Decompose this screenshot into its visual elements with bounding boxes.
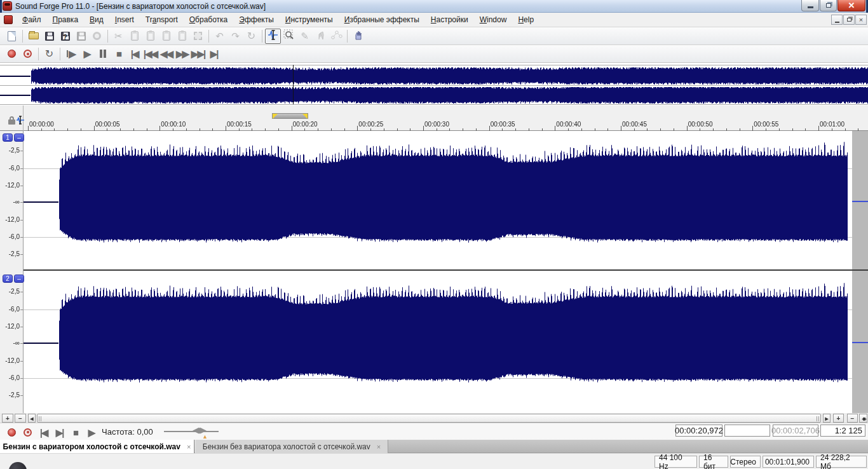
minimize-button[interactable] <box>801 0 819 11</box>
save-all-icon <box>77 32 86 41</box>
play-button[interactable]: ▶ <box>79 46 95 62</box>
scroll-right-arrow[interactable]: ▸ <box>823 414 831 423</box>
tab-close-icon[interactable]: × <box>187 443 191 451</box>
cursor-position-readout[interactable]: 00:00:20,972 <box>675 425 722 437</box>
zoom-selection-button[interactable]: ◂▸ <box>859 414 867 423</box>
channel2-waveform[interactable] <box>24 272 852 412</box>
channel2-minimize-button[interactable]: – <box>14 275 24 283</box>
cut-button[interactable]: ✂ <box>111 29 126 44</box>
time-ruler[interactable]: 00:00:0000:00:0500:00:1000:00:1500:00:20… <box>24 105 868 131</box>
menu-инструменты[interactable]: Инструменты <box>280 13 339 26</box>
stop-button[interactable]: ■ <box>111 46 126 62</box>
menu-настройки[interactable]: Настройки <box>425 13 474 26</box>
new-file-button[interactable] <box>4 29 20 44</box>
edit-tool-button[interactable] <box>265 29 281 44</box>
zoom-in-time-button[interactable]: + <box>2 414 13 423</box>
record-remote-button[interactable] <box>20 46 36 62</box>
menu-transport[interactable]: Transport <box>140 13 184 26</box>
menu-help[interactable]: Help <box>512 13 539 26</box>
db-scale-tick <box>20 361 23 362</box>
channel-divider[interactable] <box>0 269 868 271</box>
record-remote-button[interactable] <box>20 425 36 440</box>
menu-правка[interactable]: Правка <box>47 13 85 26</box>
go-to-end-button[interactable]: ▶| <box>206 46 222 62</box>
document-tab-1[interactable]: Бензин с вариатором холостой с отсечкой.… <box>0 440 194 453</box>
undo-button[interactable]: ↶ <box>212 29 227 44</box>
document-tab-2[interactable]: Бензин без вариатора холостой с отсечкой… <box>195 440 388 453</box>
trim-crop-button[interactable] <box>190 29 206 44</box>
go-to-start-button[interactable]: |◀ <box>36 425 51 440</box>
menu-вид[interactable]: Вид <box>84 13 109 26</box>
go-to-start-button[interactable]: |◀ <box>126 46 142 62</box>
paste-button[interactable] <box>142 29 158 44</box>
record-button[interactable] <box>4 425 20 440</box>
db-scale-label: -2,5 <box>9 250 20 257</box>
stop-button[interactable]: ■ <box>67 425 83 440</box>
menu-window[interactable]: Window <box>474 13 513 26</box>
overview-waveform-right[interactable] <box>0 87 868 104</box>
ruler-tick <box>159 126 160 131</box>
loop-region-bar[interactable] <box>272 113 308 119</box>
paste-to-new-button[interactable] <box>174 29 190 44</box>
overview-waveform-left[interactable] <box>0 67 868 85</box>
tab-close-icon[interactable]: × <box>377 443 381 451</box>
pencil-tool-button[interactable]: ✎ <box>297 29 313 44</box>
mdi-restore-button[interactable] <box>843 15 855 25</box>
loop-playback-button[interactable]: ↻ <box>41 46 57 62</box>
loop-region-start-handle[interactable] <box>273 114 278 119</box>
redo-button[interactable]: ↷ <box>227 29 243 44</box>
mdi-close-button[interactable]: × <box>855 15 867 25</box>
menu-items: ФайлПравкаВидInsertTransportОбработкаЭфф… <box>17 13 539 27</box>
play-all-button[interactable]: ▶ <box>63 46 79 62</box>
zoom-out-time-button[interactable]: − <box>15 414 26 423</box>
envelope-tool-button[interactable] <box>329 29 344 44</box>
zoom-out-button[interactable]: − <box>847 414 858 423</box>
ruler-time-label: 00:00:50 <box>688 121 713 128</box>
restore-button[interactable] <box>820 0 837 11</box>
open-folder-button[interactable] <box>25 29 41 44</box>
channel2-button[interactable]: 2 <box>3 275 13 283</box>
close-button[interactable]: ✕ <box>837 0 865 11</box>
channel1-button[interactable]: 1 <box>3 133 13 142</box>
record-button[interactable] <box>4 46 20 62</box>
save-all-button[interactable] <box>73 29 89 44</box>
menu-избранные-эффекты[interactable]: Избранные эффекты <box>339 13 425 26</box>
menu-обработка[interactable]: Обработка <box>184 13 234 26</box>
paste-special-button[interactable] <box>158 29 174 44</box>
play-normal-button[interactable]: ▶ <box>83 425 99 440</box>
scroll-left-arrow[interactable]: ◂ <box>28 414 36 423</box>
pause-button[interactable] <box>95 46 111 62</box>
menu-файл[interactable]: Файл <box>17 13 47 26</box>
overview-panel[interactable] <box>0 63 868 105</box>
copy-button[interactable] <box>126 29 142 44</box>
burn-cd-button[interactable] <box>89 29 105 44</box>
menu-эффекты[interactable]: Эффекты <box>233 13 280 26</box>
play-normal-icon: ▶ <box>88 428 95 437</box>
rewind-all-button[interactable]: |◀◀ <box>142 46 158 62</box>
forward-button[interactable]: ▶▶ <box>174 46 190 62</box>
zoom-in-button[interactable]: + <box>833 414 844 423</box>
loop-region-end-handle[interactable] <box>302 114 308 119</box>
magnify-tool-button[interactable] <box>281 29 297 44</box>
channel1-waveform[interactable] <box>24 133 852 270</box>
trim-crop-icon <box>194 32 202 40</box>
overview-playback-cursor[interactable] <box>293 65 294 104</box>
go-to-end-button[interactable]: ▶| <box>51 425 67 440</box>
db-scale-label: -6,0 <box>9 233 20 240</box>
selection-length-readout[interactable]: 00:00:02,706 <box>773 425 818 437</box>
save-as-button[interactable]: ? <box>57 29 73 44</box>
mdi-minimize-button[interactable] <box>831 15 843 25</box>
event-tool-button[interactable] <box>313 29 329 44</box>
channel1-minimize-button[interactable]: – <box>14 133 24 142</box>
db-scale-label: -12,0 <box>5 182 20 189</box>
save-button[interactable] <box>41 29 57 44</box>
zoom-ratio-readout[interactable]: 1:2 125 <box>820 425 865 437</box>
whats-this-help-button[interactable] <box>350 29 366 44</box>
repeat-button[interactable]: ↻ <box>243 29 259 44</box>
rewind-button[interactable]: ◀◀ <box>158 46 174 62</box>
horizontal-scrollbar-thumb[interactable] <box>37 414 821 423</box>
selection-start-readout[interactable] <box>724 425 770 437</box>
forward-all-button[interactable]: ▶▶| <box>190 46 206 62</box>
menu-insert[interactable]: Insert <box>109 13 140 26</box>
frequency-slider-track[interactable] <box>164 431 219 432</box>
